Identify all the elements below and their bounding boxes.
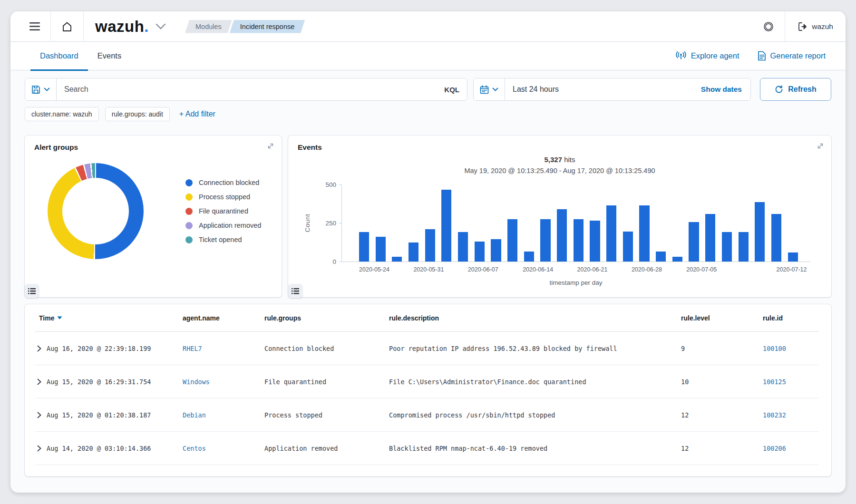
expand-row-icon[interactable] [37, 412, 41, 418]
wazuh-logo[interactable]: wazuh. [84, 18, 171, 36]
bar-15[interactable] [606, 205, 616, 262]
rule-id-link[interactable]: 100100 [763, 345, 786, 352]
rule-id-link[interactable]: 100125 [763, 378, 786, 386]
explore-agent-button[interactable]: Explore agent [675, 51, 739, 60]
hits-label: hits [562, 155, 575, 164]
bar-8[interactable] [491, 239, 501, 262]
kql-button[interactable]: KQL [437, 86, 467, 94]
y-tick-label-250: 250 [325, 220, 336, 227]
filter-pill-0[interactable]: cluster.name: wazuh [25, 107, 99, 121]
cell-time: Aug 15, 2020 @ 01:20:38.187 [35, 411, 183, 419]
bar-5[interactable] [441, 190, 451, 262]
donut-chart-area: Connection blockedProcess stoppedFile qu… [25, 152, 282, 259]
saved-queries-button[interactable] [25, 78, 57, 100]
legend-item-1[interactable]: Process stopped [185, 190, 261, 204]
column-rule-groups: rule.groups [264, 314, 389, 322]
breadcrumb-modules[interactable]: Modules [185, 20, 232, 33]
refresh-button[interactable]: Refresh [760, 78, 831, 101]
logout-button[interactable]: wazuh [785, 22, 846, 31]
time-value: Aug 16, 2020 @ 22:39:18.199 [47, 345, 151, 352]
bar-6[interactable] [458, 232, 468, 262]
breadcrumb-incident-response[interactable]: Incident response [230, 20, 305, 33]
rule-id-link[interactable]: 100206 [763, 445, 786, 452]
legend-label: Application removed [199, 222, 261, 229]
column-time[interactable]: Time [35, 314, 183, 322]
expand-row-icon[interactable] [37, 445, 41, 452]
bar-16[interactable] [623, 232, 633, 262]
bar-20[interactable] [689, 222, 699, 262]
bar-17[interactable] [639, 205, 649, 262]
time-value: Aug 15, 2020 @ 16:29:31.754 [47, 378, 151, 386]
x-tick-label-2020-06-14: 2020-06-14 [523, 266, 553, 273]
expand-icon[interactable] [267, 142, 274, 152]
legend-dot [185, 194, 193, 201]
bar-21[interactable] [705, 214, 715, 262]
home-button[interactable] [51, 11, 83, 42]
date-range-value[interactable]: Last 24 hours [505, 85, 559, 94]
bar-18[interactable] [656, 252, 666, 262]
app-window: wazuh. ModulesIncident response wazuh Da… [10, 11, 846, 493]
agent-link[interactable]: Windows [183, 378, 210, 386]
bar-4[interactable] [425, 229, 435, 262]
show-dates-button[interactable]: Show dates [692, 78, 750, 100]
report-icon [758, 51, 766, 61]
inspect-button[interactable] [288, 284, 302, 298]
legend-item-3[interactable]: Application removed [185, 218, 261, 233]
table-row[interactable]: Aug 14, 2020 @ 03:10:14.366CentosApplica… [35, 432, 819, 465]
agent-link[interactable]: Centos [183, 445, 206, 452]
table-row[interactable]: Aug 16, 2020 @ 22:39:18.199RHEL7Connecti… [35, 332, 819, 365]
bar-11[interactable] [540, 219, 550, 262]
expand-icon[interactable] [817, 142, 824, 152]
generate-report-button[interactable]: Generate report [758, 51, 826, 61]
bar-1[interactable] [376, 237, 386, 262]
expand-row-icon[interactable] [37, 345, 41, 352]
column-rule-description: rule.description [389, 314, 681, 322]
search-input[interactable] [57, 85, 437, 94]
bar-14[interactable] [590, 221, 600, 262]
expand-row-icon[interactable] [37, 378, 41, 385]
time-value: Aug 14, 2020 @ 03:10:14.366 [47, 445, 151, 452]
bar-25[interactable] [771, 214, 781, 262]
cell-agent-name: RHEL7 [183, 345, 264, 352]
bar-26[interactable] [788, 252, 798, 262]
bar-22[interactable] [722, 232, 732, 262]
agent-link[interactable]: Debian [183, 411, 206, 419]
agent-link[interactable]: RHEL7 [183, 345, 202, 352]
tab-events[interactable]: Events [88, 42, 131, 70]
bar-19[interactable] [672, 257, 682, 262]
column-agent-name: agent.name [183, 314, 264, 322]
tab-dashboard[interactable]: Dashboard [30, 42, 88, 70]
bar-9[interactable] [507, 219, 517, 262]
table-row[interactable]: Aug 15, 2020 @ 01:20:38.187DebianProcess… [35, 398, 819, 432]
legend-item-2[interactable]: File quarantined [185, 204, 261, 218]
legend-label: Process stopped [199, 193, 250, 201]
legend-item-0[interactable]: Connection blocked [185, 175, 261, 190]
bar-23[interactable] [739, 232, 749, 262]
bar-13[interactable] [574, 219, 584, 262]
bar-3[interactable] [409, 242, 418, 262]
y-axis-title: Count [304, 213, 311, 232]
alert-groups-donut-chart[interactable] [48, 163, 144, 259]
inspect-button[interactable] [25, 284, 39, 298]
bar-2[interactable] [392, 257, 402, 262]
bar-10[interactable] [524, 252, 534, 262]
logo-text: wazuh. [95, 18, 149, 36]
bar-24[interactable] [755, 202, 765, 262]
bar-0[interactable] [359, 232, 369, 262]
panel-title: Events [288, 136, 831, 152]
events-bar-chart[interactable]: Count 5002500 2020-05-242020-05-312020-0… [341, 184, 810, 262]
calendar-button[interactable] [474, 78, 505, 100]
bar-12[interactable] [557, 209, 567, 262]
bar-7[interactable] [475, 242, 485, 262]
y-tick-mark [339, 223, 342, 223]
news-button[interactable] [752, 11, 785, 42]
rule-id-link[interactable]: 100232 [763, 411, 786, 419]
filter-pill-1[interactable]: rule.groups: audit [105, 107, 170, 121]
chevron-down-icon[interactable] [156, 23, 166, 29]
table-row[interactable]: Aug 15, 2020 @ 16:29:31.754WindowsFile q… [35, 365, 819, 398]
add-filter-button[interactable]: + Add filter [179, 110, 215, 118]
y-tick-mark [339, 184, 342, 185]
menu-button[interactable] [19, 11, 50, 42]
legend-item-4[interactable]: Ticket opened [185, 233, 261, 247]
logo-dot: . [144, 18, 149, 35]
